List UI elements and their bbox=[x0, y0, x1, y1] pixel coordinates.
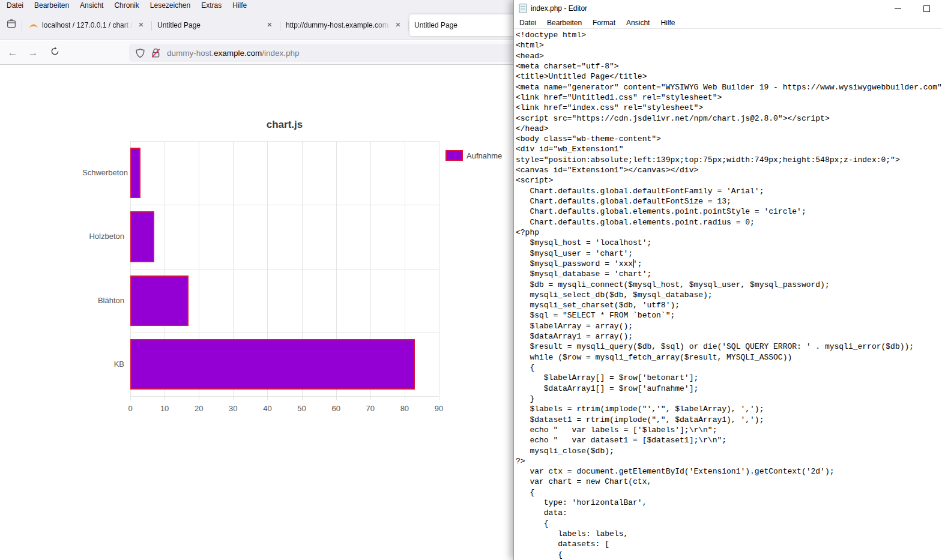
chart-bar-blähton bbox=[130, 275, 189, 326]
chart-title: chart.js bbox=[130, 119, 439, 131]
x-axis-tick-label: 0 bbox=[118, 404, 142, 413]
x-axis-tick-label: 80 bbox=[393, 404, 417, 413]
legend-label: Aufnahme bbox=[466, 151, 502, 160]
y-axis-category-label: Holzbeton bbox=[82, 232, 124, 241]
tab-title: localhost / 127.0.0.1 / chart / be bbox=[42, 21, 135, 29]
gridline bbox=[439, 141, 439, 400]
forward-icon: → bbox=[28, 47, 38, 59]
browser-menu-hilfe[interactable]: Hilfe bbox=[227, 1, 252, 10]
editor-window: index.php - Editor DateiBearbeitenFormat… bbox=[513, 0, 942, 560]
x-axis-tick-label: 90 bbox=[427, 404, 451, 413]
url-domain: example.com bbox=[214, 49, 262, 58]
back-button[interactable]: ← bbox=[4, 44, 22, 62]
browser-menu-datei[interactable]: Datei bbox=[1, 1, 29, 10]
firefox-view-icon bbox=[7, 19, 16, 31]
text-caret bbox=[633, 259, 634, 268]
firefox-view-button[interactable] bbox=[4, 17, 19, 34]
gridline bbox=[130, 269, 439, 269]
notepad-icon bbox=[519, 4, 527, 13]
tab-close-button[interactable]: × bbox=[264, 19, 276, 31]
tab-separator bbox=[280, 21, 280, 31]
gridline bbox=[130, 141, 439, 142]
tab-close-button[interactable]: × bbox=[392, 19, 404, 31]
editor-titlebar[interactable]: index.php - Editor bbox=[514, 0, 942, 17]
x-axis-tick-label: 70 bbox=[358, 404, 382, 413]
phpmyadmin-icon bbox=[29, 21, 38, 29]
tab-title: http://dummy-host.example.com/ bbox=[286, 21, 392, 29]
x-axis-tick-label: 50 bbox=[290, 404, 314, 413]
editor-menu-format[interactable]: Format bbox=[587, 19, 621, 27]
maximize-button[interactable] bbox=[913, 0, 940, 17]
minimize-button[interactable] bbox=[884, 0, 911, 17]
x-axis-tick-label: 10 bbox=[152, 404, 177, 413]
back-icon: ← bbox=[8, 47, 18, 59]
gridline bbox=[130, 333, 439, 333]
chart-legend[interactable]: Aufnahme bbox=[445, 150, 502, 161]
editor-menu-ansicht[interactable]: Ansicht bbox=[621, 19, 655, 27]
address-bar[interactable]: dummy-host.example.com/index.php bbox=[129, 44, 549, 62]
tab-separator bbox=[408, 21, 409, 31]
chart-canvas: chart.js Aufnahme 0102030405060708090Sch… bbox=[83, 110, 533, 439]
shield-icon[interactable] bbox=[135, 48, 145, 58]
browser-menu-chronik[interactable]: Chronik bbox=[109, 1, 144, 10]
insecure-lock-icon[interactable] bbox=[151, 48, 161, 58]
x-axis-tick-label: 40 bbox=[255, 404, 279, 413]
legend-swatch bbox=[445, 150, 463, 161]
gridline bbox=[130, 396, 439, 397]
editor-menu-hilfe[interactable]: Hilfe bbox=[655, 19, 680, 27]
browser-menu-lesezeichen[interactable]: Lesezeichen bbox=[145, 1, 196, 10]
maximize-icon bbox=[923, 5, 930, 12]
tab-title: Untitled Page bbox=[157, 21, 264, 29]
gridline bbox=[130, 205, 439, 205]
url-text: dummy-host.example.com/index.php bbox=[167, 49, 300, 58]
browser-menu-ansicht[interactable]: Ansicht bbox=[74, 1, 109, 10]
x-axis-tick-label: 60 bbox=[324, 404, 348, 413]
url-path: /index.php bbox=[262, 49, 299, 58]
tab-1[interactable]: localhost / 127.0.0.1 / chart / be× bbox=[24, 14, 152, 36]
tab-3[interactable]: http://dummy-host.example.com/× bbox=[281, 14, 409, 36]
browser-menu-bearbeiten[interactable]: Bearbeiten bbox=[29, 1, 74, 10]
editor-code[interactable]: <!doctype html> <html> <head> <meta char… bbox=[516, 30, 942, 560]
y-axis-category-label: Blähton bbox=[82, 296, 124, 305]
x-axis-tick-label: 20 bbox=[187, 404, 211, 413]
chart-bar-kb bbox=[130, 339, 415, 390]
tab-separator bbox=[151, 21, 152, 31]
editor-title: index.php - Editor bbox=[531, 4, 587, 13]
chart-bar-schwerbeton bbox=[130, 148, 140, 198]
y-axis-category-label: Schwerbeton bbox=[82, 168, 124, 177]
forward-button[interactable]: → bbox=[24, 44, 42, 62]
reload-icon bbox=[50, 47, 59, 59]
editor-menu-datei[interactable]: Datei bbox=[514, 19, 542, 27]
tab-separator bbox=[22, 21, 22, 31]
editor-menu-bearbeiten[interactable]: Bearbeiten bbox=[542, 19, 587, 27]
tab-close-button[interactable]: × bbox=[135, 19, 147, 31]
chart-bar-holzbeton bbox=[130, 211, 154, 262]
tab-2[interactable]: Untitled Page× bbox=[152, 14, 280, 36]
url-prefix: dummy-host. bbox=[167, 49, 214, 58]
browser-menu-extras[interactable]: Extras bbox=[196, 1, 227, 10]
y-axis-category-label: KB bbox=[82, 360, 124, 369]
reload-button[interactable] bbox=[46, 44, 64, 62]
x-axis-tick-label: 30 bbox=[221, 404, 245, 413]
minimize-icon bbox=[895, 8, 901, 9]
editor-menubar: DateiBearbeitenFormatAnsichtHilfe bbox=[514, 17, 942, 29]
